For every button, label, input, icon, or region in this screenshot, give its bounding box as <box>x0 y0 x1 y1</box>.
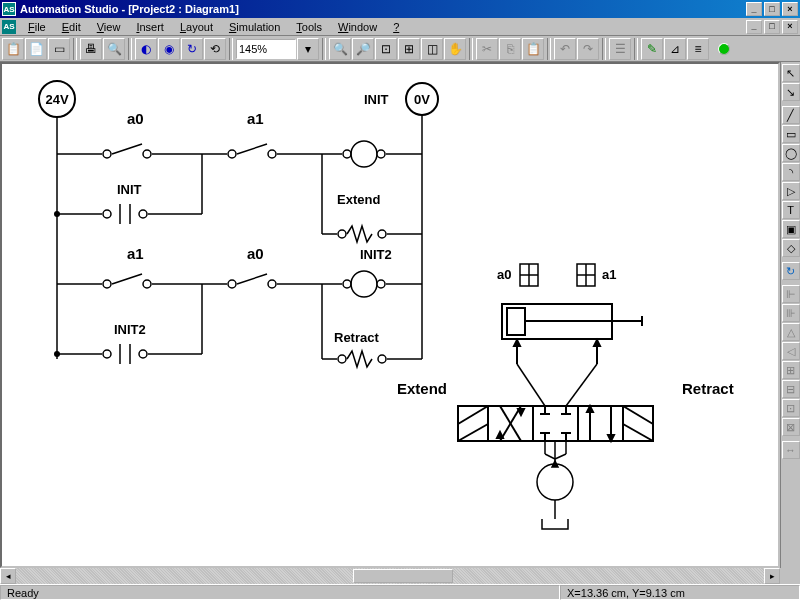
menu-window[interactable]: Window <box>330 19 385 35</box>
tool-align7-icon[interactable]: ⊡ <box>782 399 800 417</box>
scroll-right-icon[interactable]: ▸ <box>764 568 780 584</box>
tool-poly-icon[interactable]: ▷ <box>782 182 800 200</box>
app-icon: AS <box>2 2 16 16</box>
tool-line-icon[interactable]: ≡ <box>687 38 709 60</box>
tool-rect-icon[interactable]: ▭ <box>782 125 800 143</box>
statusbar: Ready X=13.36 cm, Y=9.13 cm <box>0 584 800 600</box>
svg-line-99 <box>517 364 545 406</box>
scroll-thumb[interactable] <box>353 569 453 583</box>
menu-insert[interactable]: Insert <box>128 19 172 35</box>
tool-drawline-icon[interactable]: ╱ <box>782 106 800 124</box>
svg-line-75 <box>458 406 488 424</box>
tool-list-icon[interactable]: ☰ <box>609 38 631 60</box>
label-a0-1: a0 <box>127 110 144 127</box>
minimize-button[interactable]: _ <box>746 2 762 16</box>
tool-align5-icon[interactable]: ⊞ <box>782 361 800 379</box>
menubar: AS File Edit View Insert Layout Simulati… <box>0 18 800 36</box>
tool-zoom1-icon[interactable]: ◫ <box>421 38 443 60</box>
tool-align6-icon[interactable]: ⊟ <box>782 380 800 398</box>
tool-undo-icon[interactable]: ↶ <box>554 38 576 60</box>
label-init2-contact: INIT2 <box>114 322 146 337</box>
valve-retract: Retract <box>682 380 734 397</box>
svg-point-26 <box>139 210 147 218</box>
doc-close-button[interactable]: × <box>782 20 798 34</box>
doc-minimize-button[interactable]: _ <box>746 20 762 34</box>
tool-sim1-icon[interactable]: ◐ <box>135 38 157 60</box>
tool-zoomsel-icon[interactable]: ⊞ <box>398 38 420 60</box>
svg-marker-73 <box>594 340 600 346</box>
svg-point-10 <box>228 150 236 158</box>
svg-point-38 <box>228 280 236 288</box>
tool-sim3-icon[interactable]: ↻ <box>181 38 203 60</box>
scroll-track[interactable] <box>16 568 764 584</box>
label-a0-2: a0 <box>247 245 264 262</box>
svg-point-7 <box>143 150 151 158</box>
menu-view[interactable]: View <box>89 19 129 35</box>
svg-rect-82 <box>533 406 578 441</box>
svg-point-57 <box>338 355 346 363</box>
tool-sim4-icon[interactable]: ⟲ <box>204 38 226 60</box>
tool-zoom-dropdown-icon[interactable]: ▾ <box>297 38 319 60</box>
tool-arc-icon[interactable]: ◝ <box>782 163 800 181</box>
svg-marker-81 <box>497 432 503 438</box>
tool-image-icon[interactable]: ▣ <box>782 220 800 238</box>
tool-paste-icon[interactable]: 📄 <box>25 38 47 60</box>
tool-align4-icon[interactable]: ◁ <box>782 342 800 360</box>
side-toolbar: ↖ ↘ ╱ ▭ ◯ ◝ ▷ T ▣ ◇ ↻ ⊩ ⊪ △ ◁ ⊞ ⊟ ⊡ ⊠ ↔ <box>780 62 800 568</box>
tool-ellipse-icon[interactable]: ◯ <box>782 144 800 162</box>
tool-field-icon[interactable]: ◇ <box>782 239 800 257</box>
tool-print-icon[interactable]: 🖶 <box>80 38 102 60</box>
menu-tools[interactable]: Tools <box>288 19 330 35</box>
svg-marker-80 <box>518 409 524 415</box>
svg-point-15 <box>343 150 351 158</box>
tool-align1-icon[interactable]: ⊩ <box>782 285 800 303</box>
tool-cut-icon[interactable]: ✂ <box>476 38 498 60</box>
maximize-button[interactable]: □ <box>764 2 780 16</box>
tool-run-icon[interactable] <box>710 38 732 60</box>
toolbar: 📋 📄 ▭ 🖶 🔍 ◐ ◉ ↻ ⟲ ▾ 🔍 🔎 ⊡ ⊞ ◫ ✋ ✂ ⎘ 📋 ↶ … <box>0 36 800 62</box>
close-button[interactable]: × <box>782 2 798 16</box>
svg-point-44 <box>351 271 377 297</box>
tool-paste2-icon[interactable]: 📋 <box>522 38 544 60</box>
tool-pencil-icon[interactable]: ✎ <box>641 38 663 60</box>
svg-point-30 <box>378 230 386 238</box>
tool-copy-icon[interactable]: 📋 <box>2 38 24 60</box>
scroll-left-icon[interactable]: ◂ <box>0 568 16 584</box>
tool-brush-icon[interactable]: ⊿ <box>664 38 686 60</box>
tool-text-icon[interactable]: T <box>782 201 800 219</box>
tool-sim2-icon[interactable]: ◉ <box>158 38 180 60</box>
menu-edit[interactable]: Edit <box>54 19 89 35</box>
menu-file[interactable]: File <box>20 19 54 35</box>
tool-pointer-icon[interactable]: ↖ <box>782 64 800 82</box>
menu-layout[interactable]: Layout <box>172 19 221 35</box>
tool-flip-icon[interactable]: ↔ <box>782 441 800 459</box>
tool-align8-icon[interactable]: ⊠ <box>782 418 800 436</box>
tool-copy2-icon[interactable]: ⎘ <box>499 38 521 60</box>
svg-rect-74 <box>458 406 488 441</box>
horizontal-scrollbar[interactable]: ◂ ▸ <box>0 568 780 584</box>
zoom-input[interactable] <box>236 39 296 59</box>
tool-redo-icon[interactable]: ↷ <box>577 38 599 60</box>
status-coords: X=13.36 cm, Y=9.13 cm <box>560 585 800 600</box>
tool-refresh-icon[interactable]: ↻ <box>782 262 800 280</box>
label-init: INIT <box>364 92 389 107</box>
tool-link-icon[interactable]: ↘ <box>782 83 800 101</box>
tool-zoomfit-icon[interactable]: ⊡ <box>375 38 397 60</box>
tool-preview-icon[interactable]: 🔍 <box>103 38 125 60</box>
menu-help[interactable]: ? <box>385 19 407 35</box>
tool-zoomout-icon[interactable]: 🔎 <box>352 38 374 60</box>
svg-point-45 <box>377 280 385 288</box>
svg-point-12 <box>268 150 276 158</box>
menu-simulation[interactable]: Simulation <box>221 19 288 35</box>
tool-open-icon[interactable]: ▭ <box>48 38 70 60</box>
label-a1-1: a1 <box>247 110 264 127</box>
tool-align3-icon[interactable]: △ <box>782 323 800 341</box>
doc-maximize-button[interactable]: □ <box>764 20 780 34</box>
tool-align2-icon[interactable]: ⊪ <box>782 304 800 322</box>
canvas[interactable]: 24V 0V a0 a1 INIT INIT Extend <box>0 62 780 568</box>
tool-zoomin-icon[interactable]: 🔍 <box>329 38 351 60</box>
tool-pan-icon[interactable]: ✋ <box>444 38 466 60</box>
svg-line-97 <box>623 406 653 424</box>
label-a1-2: a1 <box>127 245 144 262</box>
svg-point-40 <box>268 280 276 288</box>
